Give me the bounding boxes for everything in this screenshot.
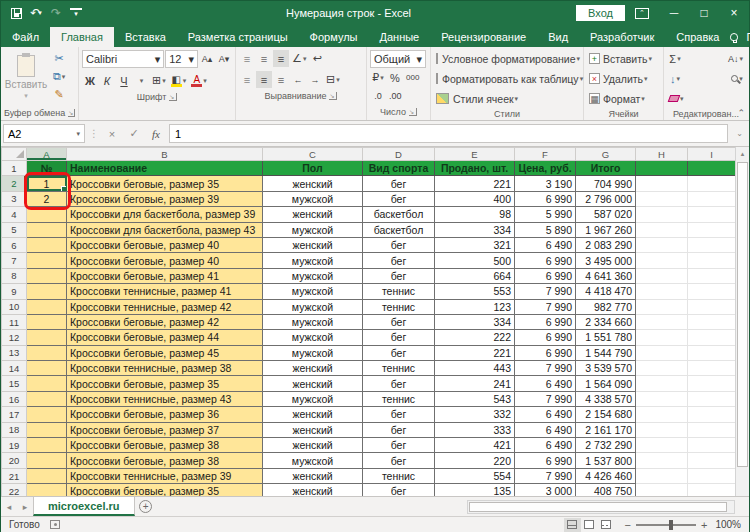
- horizontal-scroll-thumb[interactable]: [469, 502, 727, 512]
- cell[interactable]: мужской: [263, 299, 363, 314]
- zoom-slider-thumb[interactable]: [669, 520, 673, 530]
- cell[interactable]: [636, 391, 688, 406]
- cell[interactable]: 6 990: [515, 253, 576, 268]
- cell[interactable]: [688, 299, 736, 314]
- cell[interactable]: 587 020: [576, 207, 636, 222]
- cell[interactable]: Кроссовки беговые, размер 44: [67, 330, 263, 345]
- cell[interactable]: [27, 453, 67, 468]
- cell[interactable]: бег: [363, 191, 435, 206]
- cell[interactable]: 334: [435, 222, 515, 237]
- cell[interactable]: бег: [363, 176, 435, 191]
- cell[interactable]: 123: [435, 299, 515, 314]
- menu-tab-справка[interactable]: Справка: [665, 27, 730, 47]
- header-cell-sport[interactable]: Вид спорта: [363, 161, 435, 176]
- cell[interactable]: мужской: [263, 191, 363, 206]
- paste-button[interactable]: Вставить ▾: [4, 50, 48, 104]
- fill-color-button[interactable]: ◧▾: [169, 72, 189, 89]
- cell[interactable]: 6 490: [515, 376, 576, 391]
- formula-bar-splitter[interactable]: ⋮: [89, 128, 99, 139]
- redo-button[interactable]: ↷: [47, 3, 65, 23]
- cell[interactable]: теннис: [363, 299, 435, 314]
- cell[interactable]: [636, 284, 688, 299]
- sheet-tab[interactable]: microexcel.ru: [33, 497, 135, 516]
- number-format-combo[interactable]: Общий▾: [370, 50, 426, 68]
- fill-button[interactable]: ↓▾: [667, 70, 683, 87]
- cell[interactable]: 704 990: [576, 176, 636, 191]
- horizontal-scrollbar[interactable]: [453, 497, 749, 516]
- bold-button[interactable]: Ж: [82, 72, 98, 89]
- cell[interactable]: бег: [363, 407, 435, 422]
- cell[interactable]: [636, 330, 688, 345]
- tell-me-button[interactable]: Помощн: [730, 31, 750, 47]
- cell[interactable]: женский: [263, 237, 363, 252]
- cell[interactable]: 222: [435, 330, 515, 345]
- cell[interactable]: [27, 391, 67, 406]
- menu-tab-разметка страницы[interactable]: Разметка страницы: [177, 27, 299, 47]
- cell[interactable]: мужской: [263, 314, 363, 329]
- cell[interactable]: 4 641 360: [576, 268, 636, 283]
- cell[interactable]: теннис: [363, 361, 435, 376]
- cell[interactable]: Кроссовки теннисные, размер 38: [67, 361, 263, 376]
- decrease-decimal-button[interactable]: .00: [387, 87, 404, 104]
- cell[interactable]: 4 418 470: [576, 284, 636, 299]
- zoom-slider[interactable]: [636, 524, 696, 526]
- cell[interactable]: 421: [435, 438, 515, 453]
- cell[interactable]: [636, 299, 688, 314]
- row-header[interactable]: 14: [2, 361, 27, 376]
- page-break-view-button[interactable]: [598, 518, 615, 532]
- cell[interactable]: Кроссовки теннисные, размер 41: [67, 284, 263, 299]
- cell[interactable]: 982 770: [576, 299, 636, 314]
- cell[interactable]: 7 990: [515, 361, 576, 376]
- italic-button[interactable]: К: [99, 72, 115, 89]
- menu-tab-данные[interactable]: Данные: [368, 27, 430, 47]
- cell[interactable]: бег: [363, 314, 435, 329]
- row-header[interactable]: 3: [2, 191, 27, 206]
- cell[interactable]: [27, 253, 67, 268]
- font-dialog-launcher[interactable]: [169, 93, 177, 101]
- cell[interactable]: [636, 222, 688, 237]
- cell[interactable]: Кроссовки для баскетбола, размер 43: [67, 222, 263, 237]
- grow-font-button[interactable]: A▴: [199, 51, 215, 68]
- save-button[interactable]: [7, 3, 25, 23]
- row-header[interactable]: 18: [2, 422, 27, 437]
- underline-button[interactable]: Ч: [116, 72, 132, 89]
- cell[interactable]: [688, 176, 736, 191]
- cell[interactable]: [636, 407, 688, 422]
- cell[interactable]: 2 083 290: [576, 237, 636, 252]
- cell[interactable]: [688, 237, 736, 252]
- cell[interactable]: [636, 438, 688, 453]
- cell[interactable]: 1 537 800: [576, 453, 636, 468]
- cell[interactable]: [27, 330, 67, 345]
- cell[interactable]: [636, 253, 688, 268]
- name-box[interactable]: A2▾: [3, 124, 85, 143]
- column-header-C[interactable]: C: [263, 148, 363, 161]
- cell[interactable]: 334: [435, 314, 515, 329]
- cell[interactable]: 1 967 260: [576, 222, 636, 237]
- row-header[interactable]: 22: [2, 484, 27, 496]
- increase-indent-button[interactable]: →: [307, 71, 323, 88]
- cell[interactable]: мужской: [263, 268, 363, 283]
- cell[interactable]: мужской: [263, 391, 363, 406]
- cell[interactable]: женский: [263, 468, 363, 483]
- cell[interactable]: Кроссовки беговые, размер 35: [67, 484, 263, 496]
- menu-tab-рецензирование[interactable]: Рецензирование: [430, 27, 537, 47]
- cell[interactable]: женский: [263, 361, 363, 376]
- active-cell[interactable]: 1: [27, 176, 67, 191]
- enter-entry-icon[interactable]: ✓: [125, 127, 143, 140]
- cell[interactable]: женский: [263, 438, 363, 453]
- cell[interactable]: [688, 191, 736, 206]
- horizontal-scroll-track[interactable]: [467, 500, 735, 514]
- cell[interactable]: 3 190: [515, 176, 576, 191]
- normal-view-button[interactable]: [564, 518, 581, 532]
- cell[interactable]: [688, 361, 736, 376]
- cell[interactable]: [688, 391, 736, 406]
- undo-button[interactable]: ↶▾: [27, 3, 45, 23]
- row-header[interactable]: 2: [2, 176, 27, 191]
- scroll-up-icon[interactable]: ▴: [736, 147, 749, 161]
- row-header[interactable]: 19: [2, 438, 27, 453]
- cell[interactable]: теннис: [363, 284, 435, 299]
- cell[interactable]: женский: [263, 484, 363, 496]
- cell[interactable]: [27, 468, 67, 483]
- borders-button[interactable]: ⊞▾: [150, 72, 168, 89]
- font-size-combo[interactable]: 12▾: [165, 50, 198, 68]
